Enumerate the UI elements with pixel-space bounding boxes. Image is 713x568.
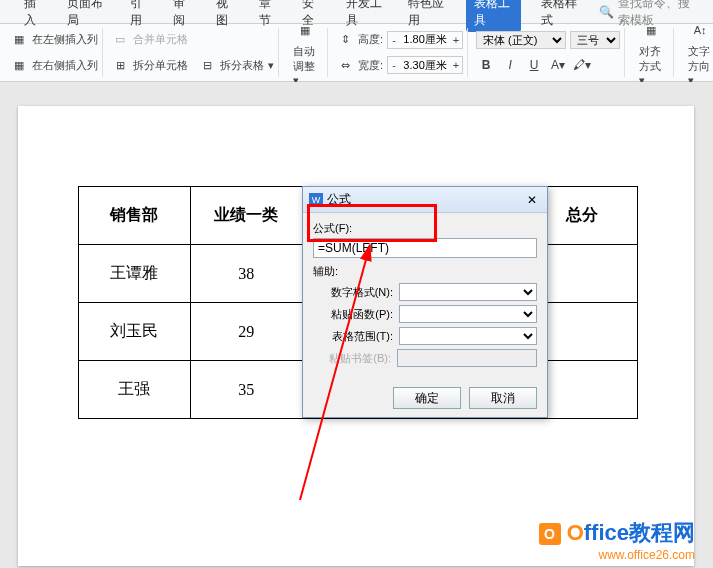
insert-right-button[interactable]: ▦ 在右侧插入列 xyxy=(10,56,98,74)
brand-rest: ffice教程网 xyxy=(584,520,695,545)
cancel-button[interactable]: 取消 xyxy=(469,387,537,409)
width-minus[interactable]: - xyxy=(388,59,400,71)
height-icon: ⇕ xyxy=(336,31,354,49)
dialog-titlebar[interactable]: W 公式 ✕ xyxy=(303,187,547,213)
group-dimensions: ⇕ 高度: - + ⇔ 宽度: - + xyxy=(332,28,468,77)
align-label: 对齐方式▾ xyxy=(639,44,663,87)
table-range-select[interactable] xyxy=(399,327,537,345)
dialog-buttons: 确定 取消 xyxy=(303,379,547,417)
tab-review[interactable]: 审阅 xyxy=(169,0,196,32)
tab-tablestyle[interactable]: 表格样式 xyxy=(537,0,583,32)
watermark-url: www.office26.com xyxy=(539,548,696,562)
width-label: 宽度: xyxy=(358,58,383,73)
text-dir-label: 文字方向▾ xyxy=(688,44,712,87)
tab-section[interactable]: 章节 xyxy=(255,0,282,32)
width-input[interactable] xyxy=(400,59,450,71)
table-header[interactable]: 销售部 xyxy=(79,187,191,245)
dialog-title-text: 公式 xyxy=(327,191,351,208)
tab-view[interactable]: 视图 xyxy=(212,0,239,32)
formula-dialog: W 公式 ✕ 公式(F): 辅助: 数字格式(N): 粘贴函数(P): 表格范围… xyxy=(302,186,548,418)
underline-button[interactable]: U xyxy=(524,56,544,74)
insert-left-icon: ▦ xyxy=(10,31,28,49)
tab-references[interactable]: 引用 xyxy=(126,0,153,32)
merge-label: 合并单元格 xyxy=(133,32,188,47)
watermark: O Office教程网 www.office26.com xyxy=(539,518,696,562)
auto-adjust-label: 自动调整▾ xyxy=(293,44,317,87)
tab-special[interactable]: 特色应用 xyxy=(404,0,450,32)
height-minus[interactable]: - xyxy=(388,34,400,46)
split-table-label: 拆分表格 xyxy=(220,58,264,73)
table-cell[interactable]: 38 xyxy=(190,245,302,303)
align-button[interactable]: ▦ 对齐方式▾ xyxy=(633,16,669,89)
text-dir-button[interactable]: A↕ 文字方向▾ xyxy=(682,16,713,89)
close-icon[interactable]: ✕ xyxy=(523,193,541,207)
numfmt-select[interactable] xyxy=(399,283,537,301)
brand-icon: O xyxy=(539,523,561,545)
search-icon: 🔍 xyxy=(599,5,614,19)
group-align: ▦ 对齐方式▾ xyxy=(629,28,674,77)
group-merge: ▭ 合并单元格 ⊞ 拆分单元格 ⊟ 拆分表格▾ xyxy=(107,28,279,77)
chevron-down-icon: ▾ xyxy=(268,59,274,72)
paste-func-select[interactable] xyxy=(399,305,537,323)
font-name-select[interactable]: 宋体 (正文) xyxy=(476,31,566,49)
font-color-button[interactable]: A▾ xyxy=(548,56,568,74)
insert-right-icon: ▦ xyxy=(10,56,28,74)
split-cells-label: 拆分单元格 xyxy=(133,58,188,73)
formula-label: 公式(F): xyxy=(313,221,537,236)
paste-func-label: 粘贴函数(P): xyxy=(313,307,393,322)
height-label: 高度: xyxy=(358,32,383,47)
watermark-brand: O Office教程网 xyxy=(539,518,696,548)
formula-input[interactable] xyxy=(313,238,537,258)
height-plus[interactable]: + xyxy=(450,34,462,46)
width-icon: ⇔ xyxy=(336,56,354,74)
group-autoadjust: ▦ 自动调整▾ xyxy=(283,28,328,77)
auto-adjust-button[interactable]: ▦ 自动调整▾ xyxy=(287,16,323,89)
table-cell[interactable]: 王谭雅 xyxy=(79,245,191,303)
highlight-button[interactable]: 🖍▾ xyxy=(572,56,592,74)
merge-cells-button[interactable]: ▭ 合并单元格 xyxy=(111,31,274,49)
insert-left-button[interactable]: ▦ 在左侧插入列 xyxy=(10,31,98,49)
split-table-button[interactable]: ⊟ 拆分表格▾ xyxy=(198,56,274,74)
ribbon-tabs: 插入 页面布局 引用 审阅 视图 章节 安全 开发工具 特色应用 表格工具 表格… xyxy=(0,0,713,24)
ribbon-toolbar: ▦ 在左侧插入列 ▦ 在右侧插入列 ▭ 合并单元格 ⊞ 拆分单元格 ⊟ 拆分表格… xyxy=(0,24,713,82)
brand-o: O xyxy=(567,520,584,545)
split-table-icon: ⊟ xyxy=(198,56,216,74)
table-cell[interactable]: 29 xyxy=(190,303,302,361)
bold-button[interactable]: B xyxy=(476,56,496,74)
table-icon: ▦ xyxy=(293,18,317,42)
tab-layout[interactable]: 页面布局 xyxy=(63,0,109,32)
italic-button[interactable]: I xyxy=(500,56,520,74)
table-cell[interactable]: 王强 xyxy=(79,361,191,419)
group-insert-rows: ▦ 在左侧插入列 ▦ 在右侧插入列 xyxy=(6,28,103,77)
bookmark-label: 粘贴书签(B): xyxy=(313,351,391,366)
group-textdir: A↕ 文字方向▾ xyxy=(678,28,713,77)
table-range-label: 表格范围(T): xyxy=(313,329,393,344)
font-size-select[interactable]: 三号 xyxy=(570,31,620,49)
numfmt-label: 数字格式(N): xyxy=(313,285,393,300)
insert-right-label: 在右侧插入列 xyxy=(32,58,98,73)
text-dir-icon: A↕ xyxy=(688,18,712,42)
align-icon: ▦ xyxy=(639,18,663,42)
tab-devtools[interactable]: 开发工具 xyxy=(342,0,388,32)
split-cells-icon: ⊞ xyxy=(111,56,129,74)
insert-left-label: 在左侧插入列 xyxy=(32,32,98,47)
merge-icon: ▭ xyxy=(111,31,129,49)
tab-insert[interactable]: 插入 xyxy=(20,0,47,32)
tab-tabletools[interactable]: 表格工具 xyxy=(466,0,520,32)
group-font: 宋体 (正文) 三号 B I U A▾ 🖍▾ xyxy=(472,28,625,77)
table-cell[interactable]: 35 xyxy=(190,361,302,419)
bookmark-select xyxy=(397,349,537,367)
height-input[interactable] xyxy=(400,34,450,46)
app-logo-icon: W xyxy=(309,193,323,207)
dialog-body: 公式(F): 辅助: 数字格式(N): 粘贴函数(P): 表格范围(T): 粘贴… xyxy=(303,213,547,379)
table-cell[interactable]: 刘玉民 xyxy=(79,303,191,361)
ok-button[interactable]: 确定 xyxy=(393,387,461,409)
split-cells-button[interactable]: ⊞ 拆分单元格 xyxy=(111,56,188,74)
table-header[interactable]: 业绩一类 xyxy=(190,187,302,245)
width-plus[interactable]: + xyxy=(450,59,462,71)
assist-label: 辅助: xyxy=(313,264,537,279)
